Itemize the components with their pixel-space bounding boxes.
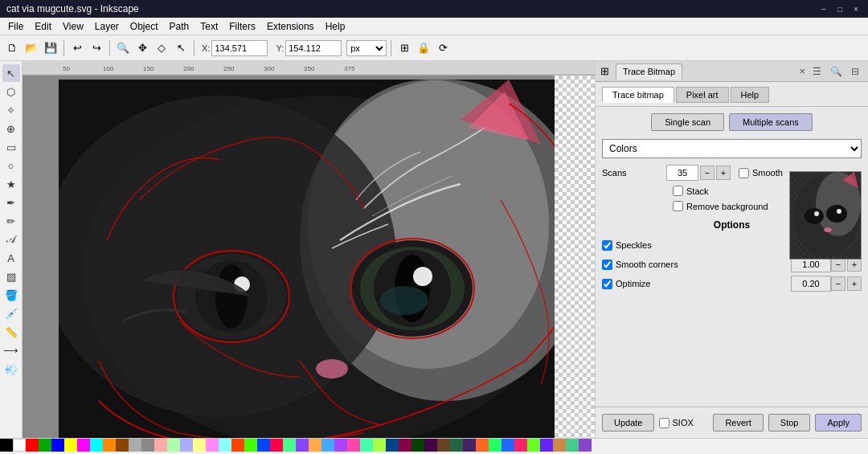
swatch-azure[interactable] bbox=[502, 439, 514, 452]
apply-btn[interactable]: Apply bbox=[815, 414, 862, 432]
mode-select[interactable]: Colors Grays Brightness Edges Posterize bbox=[602, 139, 862, 158]
menu-extensions[interactable]: Extensions bbox=[262, 19, 319, 34]
gradient-tool[interactable]: ▨ bbox=[2, 268, 20, 285]
stack-check-label[interactable]: Stack bbox=[673, 186, 709, 196]
swatch-darkgray[interactable] bbox=[141, 439, 154, 452]
swatch-mint[interactable] bbox=[283, 439, 296, 452]
optimize-checkbox[interactable] bbox=[602, 279, 612, 289]
swatch-vermillion[interactable] bbox=[231, 439, 244, 452]
update-btn[interactable]: Update bbox=[602, 414, 654, 432]
swatch-violet[interactable] bbox=[296, 439, 309, 452]
menu-path[interactable]: Path bbox=[165, 19, 194, 34]
new-btn[interactable]: 🗋 bbox=[3, 39, 21, 57]
open-btn[interactable]: 📂 bbox=[23, 39, 40, 57]
close-btn[interactable]: × bbox=[850, 3, 862, 14]
y-input[interactable] bbox=[285, 40, 342, 56]
circle-tool[interactable]: ○ bbox=[2, 157, 20, 174]
star-tool[interactable]: ★ bbox=[2, 175, 20, 193]
select-btn[interactable]: ↖ bbox=[172, 39, 190, 57]
swatch-plum[interactable] bbox=[579, 439, 592, 452]
smooth-corners-label[interactable]: Smooth corners bbox=[602, 260, 678, 270]
optimize-plus[interactable]: + bbox=[847, 276, 862, 291]
menu-text[interactable]: Text bbox=[195, 19, 223, 34]
swatch-rose[interactable] bbox=[270, 439, 283, 452]
swatch-darkgreen[interactable] bbox=[411, 439, 424, 452]
swatch-cyan[interactable] bbox=[90, 439, 103, 452]
text-tool[interactable]: A bbox=[2, 249, 20, 267]
swatch-lightmagenta[interactable] bbox=[206, 439, 219, 452]
tab-trace-bitmap[interactable]: Trace bitmap bbox=[602, 87, 674, 103]
menu-view[interactable]: View bbox=[58, 19, 88, 34]
optimize-minus[interactable]: − bbox=[831, 276, 845, 291]
panel-search-btn[interactable]: 🔍 bbox=[828, 63, 844, 80]
swatch-white[interactable] bbox=[13, 439, 26, 452]
pan-btn[interactable]: ✥ bbox=[133, 39, 151, 57]
multiple-scans-btn[interactable]: Multiple scans bbox=[729, 113, 813, 131]
lock-btn[interactable]: 🔒 bbox=[415, 39, 432, 57]
swatch-purple[interactable] bbox=[334, 439, 347, 452]
canvas-area[interactable]: 50 100 150 200 250 300 350 375 bbox=[23, 61, 595, 438]
tab-help[interactable]: Help bbox=[731, 87, 770, 103]
redo-btn[interactable]: ↪ bbox=[88, 39, 105, 57]
menu-help[interactable]: Help bbox=[321, 19, 350, 34]
swatch-lime[interactable] bbox=[373, 439, 386, 452]
swatch-brown[interactable] bbox=[116, 439, 129, 452]
smooth-corners-checkbox[interactable] bbox=[602, 260, 612, 270]
scans-minus[interactable]: − bbox=[700, 166, 714, 180]
swatch-darkpurple[interactable] bbox=[424, 439, 437, 452]
stop-btn[interactable]: Stop bbox=[768, 414, 811, 432]
swatch-yellow[interactable] bbox=[64, 439, 77, 452]
minimize-btn[interactable]: − bbox=[818, 3, 829, 14]
menu-edit[interactable]: Edit bbox=[30, 19, 56, 34]
callig-tool[interactable]: 𝒜 bbox=[2, 231, 20, 248]
swatch-lightyellow[interactable] bbox=[193, 439, 206, 452]
swatch-lightblue[interactable] bbox=[180, 439, 193, 452]
swatch-maroon[interactable] bbox=[399, 439, 411, 452]
swatch-yellowgreen[interactable] bbox=[527, 439, 540, 452]
spray-tool[interactable]: 💨 bbox=[2, 360, 20, 378]
paint-tool[interactable]: 🪣 bbox=[2, 286, 20, 304]
maximize-btn[interactable]: □ bbox=[834, 3, 845, 14]
swatch-magenta[interactable] bbox=[77, 439, 90, 452]
siox-checkbox[interactable] bbox=[659, 418, 669, 428]
pen-tool[interactable]: ✒ bbox=[2, 194, 20, 211]
swatch-emerald[interactable] bbox=[489, 439, 502, 452]
smooth-checkbox[interactable] bbox=[739, 168, 749, 178]
swatch-jade[interactable] bbox=[566, 439, 579, 452]
swatch-lightred[interactable] bbox=[154, 439, 167, 452]
menu-filters[interactable]: Filters bbox=[224, 19, 260, 34]
swatch-crimson[interactable] bbox=[514, 439, 527, 452]
smooth-check-label[interactable]: Smooth bbox=[739, 168, 783, 178]
remove-bg-check-label[interactable]: Remove background bbox=[673, 201, 768, 211]
scans-plus[interactable]: + bbox=[716, 166, 731, 180]
measure-tool[interactable]: 📏 bbox=[2, 323, 20, 341]
eyedrop-tool[interactable]: 💉 bbox=[2, 305, 20, 322]
tab-pixel-art[interactable]: Pixel art bbox=[676, 87, 729, 103]
unit-select[interactable]: px bbox=[346, 40, 387, 56]
zoom-tool[interactable]: ⊕ bbox=[2, 120, 20, 137]
swatch-pink[interactable] bbox=[347, 439, 360, 452]
menu-file[interactable]: File bbox=[3, 19, 28, 34]
tweak-tool[interactable]: ✧ bbox=[2, 101, 20, 119]
panel-options-btn[interactable]: ⊟ bbox=[847, 63, 863, 80]
swatch-chartreuse[interactable] bbox=[244, 439, 257, 452]
swatch-gray[interactable] bbox=[129, 439, 141, 452]
trace-bitmap-tab[interactable]: Trace Bitmap bbox=[616, 63, 682, 80]
close-panel-btn[interactable]: × bbox=[799, 65, 805, 77]
swatch-black[interactable] bbox=[0, 439, 13, 452]
undo-btn[interactable]: ↩ bbox=[68, 39, 86, 57]
stack-checkbox[interactable] bbox=[673, 186, 683, 196]
save-btn[interactable]: 💾 bbox=[42, 39, 59, 57]
swatch-orange[interactable] bbox=[103, 439, 116, 452]
x-input[interactable] bbox=[211, 40, 268, 56]
select-tool[interactable]: ↖ bbox=[2, 64, 20, 82]
siox-label[interactable]: SIOX bbox=[659, 418, 693, 428]
canvas-content[interactable] bbox=[23, 76, 595, 438]
single-scan-btn[interactable]: Single scan bbox=[651, 113, 724, 131]
revert-btn[interactable]: Revert bbox=[713, 414, 763, 432]
menu-layer[interactable]: Layer bbox=[90, 19, 124, 34]
optimize-label[interactable]: Optimize bbox=[602, 279, 650, 289]
connector-tool[interactable]: ⟶ bbox=[2, 342, 20, 359]
swatch-teal[interactable] bbox=[450, 439, 463, 452]
scans-input[interactable] bbox=[666, 165, 698, 181]
